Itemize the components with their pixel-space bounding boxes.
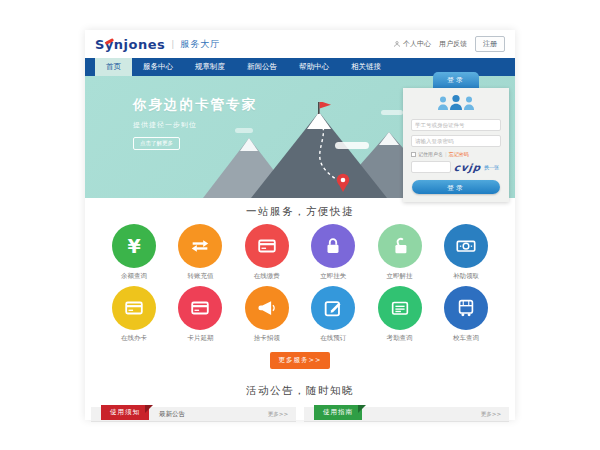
site-name: 服务大厅 bbox=[180, 38, 220, 51]
service-found-card-claim[interactable]: 拾卡招领 bbox=[238, 286, 296, 343]
usage-notice-ribbon[interactable]: 使用须知 bbox=[101, 405, 149, 420]
service-label: 在线办卡 bbox=[105, 334, 163, 343]
more-services-button[interactable]: 更多服务>> bbox=[270, 352, 331, 369]
options-divider: | bbox=[445, 151, 447, 157]
service-attendance-inquiry[interactable]: 考勤查询 bbox=[371, 286, 429, 343]
user-icon bbox=[393, 40, 401, 48]
personal-center-link[interactable]: 个人中心 bbox=[393, 39, 431, 49]
service-label: 补助领取 bbox=[437, 272, 495, 281]
nav-item-rules[interactable]: 规章制度 bbox=[184, 58, 236, 76]
nav-item-service-center[interactable]: 服务中心 bbox=[132, 58, 184, 76]
service-label: 余额查询 bbox=[105, 272, 163, 281]
credit-card-icon bbox=[178, 286, 222, 330]
login-submit-button[interactable]: 登录 bbox=[412, 180, 500, 194]
header-right: 个人中心 用户反馈 注册 bbox=[393, 36, 505, 52]
service-label: 在线缴费 bbox=[238, 272, 296, 281]
service-online-booking[interactable]: 在线预订 bbox=[304, 286, 362, 343]
announcement-panel-notice: 使用须知 最新公告 更多>> bbox=[91, 407, 296, 422]
megaphone-icon bbox=[245, 286, 289, 330]
lock-icon bbox=[311, 224, 355, 268]
usage-guide-ribbon[interactable]: 使用指南 bbox=[314, 405, 362, 420]
service-card-extension[interactable]: 卡片延期 bbox=[171, 286, 229, 343]
login-panel: 登录 记住用户名 | 忘记密码 bbox=[403, 72, 509, 202]
more-link[interactable]: 更多>> bbox=[268, 411, 288, 418]
service-label: 在线预订 bbox=[304, 334, 362, 343]
nav-item-links[interactable]: 相关链接 bbox=[340, 58, 392, 76]
transfer-arrows-icon bbox=[178, 224, 222, 268]
service-label: 立即挂失 bbox=[304, 272, 362, 281]
user-feedback-link[interactable]: 用户反馈 bbox=[439, 39, 467, 49]
hero-title: 你身边的卡管专家 bbox=[133, 96, 257, 114]
banknote-icon bbox=[444, 224, 488, 268]
flag-pole bbox=[318, 102, 320, 114]
captcha-image[interactable]: cvjp bbox=[453, 162, 482, 173]
services-title: 一站服务，方便快捷 bbox=[85, 205, 515, 219]
cloud-icon bbox=[335, 142, 369, 149]
remember-label: 记住用户名 bbox=[418, 151, 443, 157]
hero-subtitle: 提供捷径一步到位 bbox=[133, 120, 257, 130]
personal-center-label: 个人中心 bbox=[403, 39, 431, 49]
service-label: 卡片延期 bbox=[171, 334, 229, 343]
username-input[interactable] bbox=[411, 119, 501, 131]
service-label: 校车查询 bbox=[437, 334, 495, 343]
login-options-row: 记住用户名 | 忘记密码 bbox=[411, 151, 501, 157]
top-header: Synjones | 服务大厅 个人中心 用户反馈 注册 bbox=[85, 30, 515, 58]
announcements-row: 使用须知 最新公告 更多>> 使用指南 更多>> bbox=[85, 407, 515, 422]
nav-item-help-center[interactable]: 帮助中心 bbox=[288, 58, 340, 76]
latest-announcements-tab[interactable]: 最新公告 bbox=[159, 410, 185, 419]
announcements-title: 活动公告，随时知晓 bbox=[85, 384, 515, 398]
captcha-input[interactable] bbox=[411, 161, 451, 173]
users-group-icon bbox=[411, 94, 501, 115]
password-input[interactable] bbox=[411, 135, 501, 147]
bus-icon bbox=[444, 286, 488, 330]
yuan-icon: ¥ bbox=[112, 224, 156, 268]
unlock-icon bbox=[378, 224, 422, 268]
brand-logo[interactable]: Synjones | 服务大厅 bbox=[95, 37, 220, 52]
login-tab[interactable]: 登录 bbox=[433, 72, 479, 88]
credit-card-icon bbox=[112, 286, 156, 330]
hero-text: 你身边的卡管专家 提供捷径一步到位 点击了解更多 bbox=[133, 96, 257, 150]
user-feedback-label: 用户反馈 bbox=[439, 39, 467, 49]
service-label: 拾卡招领 bbox=[238, 334, 296, 343]
announcement-panel-guide: 使用指南 更多>> bbox=[304, 407, 509, 422]
service-balance-inquiry[interactable]: ¥ 余额查询 bbox=[105, 224, 163, 281]
service-label: 转账充值 bbox=[171, 272, 229, 281]
services-section: 一站服务，方便快捷 ¥ 余额查询 转账充值 在线缴费 bbox=[85, 198, 515, 369]
service-cancel-loss[interactable]: 立即解挂 bbox=[371, 224, 429, 281]
captcha-row: cvjp 换一张 bbox=[411, 161, 501, 173]
register-button[interactable]: 注册 bbox=[475, 36, 505, 52]
red-flag-icon bbox=[320, 102, 331, 109]
captcha-refresh-link[interactable]: 换一张 bbox=[484, 164, 499, 170]
nav-item-home[interactable]: 首页 bbox=[95, 58, 132, 76]
edit-icon bbox=[311, 286, 355, 330]
service-report-loss[interactable]: 立即挂失 bbox=[304, 224, 362, 281]
more-link[interactable]: 更多>> bbox=[481, 411, 501, 418]
logo-divider: | bbox=[171, 39, 174, 49]
services-row-1: ¥ 余额查询 转账充值 在线缴费 bbox=[85, 224, 515, 281]
credit-card-icon bbox=[245, 224, 289, 268]
service-subsidy-collect[interactable]: 补助领取 bbox=[437, 224, 495, 281]
service-online-payment[interactable]: 在线缴费 bbox=[238, 224, 296, 281]
service-label: 考勤查询 bbox=[371, 334, 429, 343]
nav-item-news[interactable]: 新闻公告 bbox=[236, 58, 288, 76]
cloud-icon bbox=[381, 110, 403, 115]
forgot-password-link[interactable]: 忘记密码 bbox=[449, 151, 469, 157]
service-label: 立即解挂 bbox=[371, 272, 429, 281]
service-school-bus-inquiry[interactable]: 校车查询 bbox=[437, 286, 495, 343]
hero-more-button[interactable]: 点击了解更多 bbox=[133, 137, 180, 150]
site-frame: Synjones | 服务大厅 个人中心 用户反馈 注册 首页 服务中心 规章制… bbox=[85, 30, 515, 420]
service-transfer-recharge[interactable]: 转账充值 bbox=[171, 224, 229, 281]
service-online-card-apply[interactable]: 在线办卡 bbox=[105, 286, 163, 343]
attendance-list-icon bbox=[378, 286, 422, 330]
page: Synjones | 服务大厅 个人中心 用户反馈 注册 首页 服务中心 规章制… bbox=[0, 0, 600, 450]
services-row-2: 在线办卡 卡片延期 拾卡招领 bbox=[85, 286, 515, 343]
remember-checkbox[interactable] bbox=[411, 152, 416, 157]
